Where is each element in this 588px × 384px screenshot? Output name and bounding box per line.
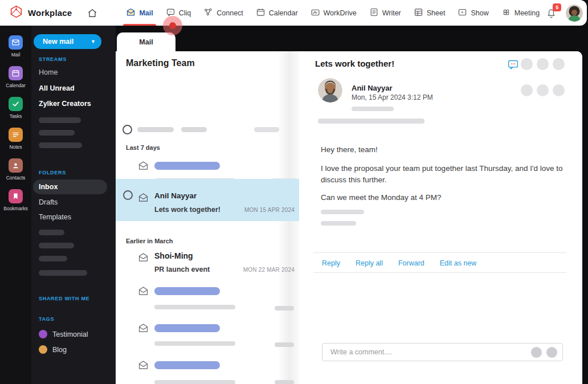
reply-all-link[interactable]: Reply all: [356, 259, 383, 267]
shared-section-label: SHARED WITH ME: [39, 296, 89, 301]
list-item-anil-nayyar-selected[interactable]: Anil Nayyar Lets work together! MON 15 A…: [116, 179, 299, 221]
new-mail-label: New mail: [43, 38, 74, 46]
row-checkbox[interactable]: [123, 190, 133, 200]
nav-connect-label: Connect: [217, 9, 243, 17]
sidebar-item-home[interactable]: Home: [39, 68, 58, 76]
list-item-shoi-ming[interactable]: Shoi-Ming PR launch event MON 22 MAR 202…: [116, 249, 299, 279]
envelope-icon: [138, 286, 149, 298]
header-action-button[interactable]: [537, 58, 549, 70]
rail-item-mail[interactable]: Mail: [0, 35, 31, 66]
new-mail-button[interactable]: New mail ▼: [34, 34, 101, 49]
rail-item-contacts[interactable]: Contacts: [0, 158, 31, 189]
comment-icon[interactable]: [507, 59, 519, 73]
email-date: MON 15 APR 2024: [244, 207, 295, 213]
home-icon[interactable]: [87, 7, 98, 19]
edit-as-new-link[interactable]: Edit as new: [440, 259, 477, 267]
placeholder-bar: [181, 127, 207, 132]
list-item[interactable]: [116, 359, 299, 384]
placeholder-bar: [154, 324, 220, 332]
nav-workdrive[interactable]: WorkDrive: [304, 0, 363, 26]
sent-datetime: Mon, 15 Apr 2024 3:12 PM: [352, 93, 433, 101]
nav-calendar[interactable]: Calendar: [250, 0, 304, 26]
network-icon: [203, 7, 213, 19]
nav-mail[interactable]: Mail: [120, 0, 159, 26]
select-all-checkbox[interactable]: [122, 125, 132, 134]
message-action-button[interactable]: [553, 84, 565, 96]
sidebar-item-inbox[interactable]: Inbox: [33, 179, 107, 194]
main-area: Mail Marketing Team Last 7 days: [116, 26, 582, 384]
forward-link[interactable]: Forward: [398, 259, 424, 267]
sidebar-item-drafts[interactable]: Drafts: [39, 198, 58, 206]
placeholder-bar: [39, 270, 87, 276]
mail-sidebar: New mail ▼ STREAMS Home All Unread Zylke…: [31, 26, 116, 384]
tab-mail[interactable]: Mail: [117, 32, 175, 51]
nav-cliq-label: Cliq: [179, 9, 191, 17]
message-action-button[interactable]: [521, 84, 533, 96]
rail-item-notes[interactable]: Notes: [0, 128, 31, 158]
rail-item-calendar[interactable]: Calendar: [0, 66, 31, 97]
nav-workdrive-label: WorkDrive: [324, 9, 357, 17]
rail-notes-icon: [9, 128, 23, 142]
nav-connect[interactable]: Connect: [197, 0, 250, 26]
rail-item-tasks[interactable]: Tasks: [0, 97, 31, 128]
reply-actions: Reply Reply all Forward Edit as new: [322, 259, 476, 267]
sidebar-item-zylker-creators[interactable]: Zylker Creators: [39, 100, 91, 108]
top-bar: Workplace Mail: [0, 0, 587, 26]
envelope-icon: [138, 323, 149, 335]
nav-meeting-label: Meeting: [514, 9, 540, 17]
email-date: MON 22 MAR 2024: [243, 267, 295, 273]
placeholder-bar: [154, 162, 220, 170]
placeholder-bar: [39, 142, 82, 148]
rail-item-bookmarks[interactable]: Bookmarks: [0, 189, 31, 220]
placeholder-bar: [318, 119, 424, 124]
sidebar-item-tag-testimonial[interactable]: Testimonial: [52, 330, 88, 338]
comment-attach-button[interactable]: [546, 347, 557, 358]
document-icon: [369, 7, 379, 19]
placeholder-bar: [352, 107, 394, 111]
list-item[interactable]: [116, 285, 299, 316]
header-action-button[interactable]: [553, 58, 565, 70]
placeholder-bar: [275, 342, 294, 347]
placeholder-bar: [39, 130, 75, 136]
chevron-down-icon: ▼: [91, 39, 96, 44]
placeholder-bar: [154, 361, 220, 369]
sidebar-item-templates[interactable]: Templates: [39, 213, 71, 221]
header-action-button[interactable]: [521, 58, 533, 70]
rail-calendar-label: Calendar: [6, 83, 26, 88]
body-paragraph: Hey there, team!: [321, 144, 582, 156]
rail-contacts-label: Contacts: [6, 175, 26, 181]
spreadsheet-icon: [414, 7, 423, 19]
tab-mail-label: Mail: [139, 38, 153, 46]
nav-meeting[interactable]: Meeting: [495, 0, 546, 26]
nav-writer[interactable]: Writer: [363, 0, 407, 26]
calendar-icon: [256, 7, 266, 19]
placeholder-bar: [137, 127, 174, 132]
sender-name: Anil Nayyar: [154, 191, 197, 200]
sender-name: Shoi-Ming: [154, 251, 193, 260]
nav-show[interactable]: Show: [451, 0, 495, 26]
nav-show-label: Show: [471, 9, 488, 17]
app-nav: Mail Cliq Connect: [120, 0, 546, 26]
mail-icon: [126, 7, 136, 19]
placeholder-bar: [39, 243, 74, 248]
notifications-button[interactable]: 5: [546, 7, 557, 18]
placeholder-bar: [275, 380, 294, 384]
comment-input[interactable]: [330, 348, 526, 356]
message-list: Marketing Team Last 7 days: [116, 51, 299, 384]
reading-pane: Lets work together!: [299, 51, 582, 384]
reply-link[interactable]: Reply: [322, 259, 340, 267]
nav-calendar-label: Calendar: [269, 9, 298, 17]
sidebar-item-tag-blog[interactable]: Blog: [52, 346, 67, 354]
list-item[interactable]: [116, 322, 299, 353]
nav-sheet[interactable]: Sheet: [407, 0, 452, 26]
user-avatar[interactable]: [566, 5, 583, 22]
comment-emoji-button[interactable]: [531, 347, 542, 358]
nav-cliq[interactable]: Cliq: [160, 0, 198, 26]
brand[interactable]: Workplace: [0, 5, 72, 21]
notification-badge: 5: [553, 3, 561, 11]
message-action-button[interactable]: [537, 84, 549, 96]
sender-avatar: [318, 78, 342, 103]
sidebar-item-all-unread[interactable]: All Unread: [39, 84, 75, 92]
topbar-right-cluster: 5: [546, 5, 588, 22]
zoho-logo-icon: [9, 5, 23, 21]
